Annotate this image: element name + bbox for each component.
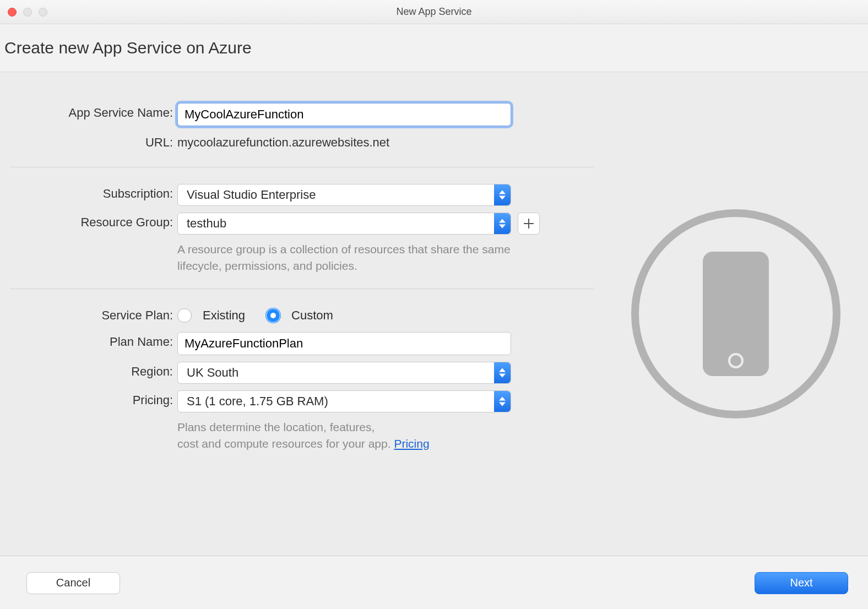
label-service-plan: Service Plan: [6,306,177,325]
divider [10,289,594,289]
select-stepper-icon [494,184,511,205]
radio-custom-label: Custom [291,308,333,323]
region-select[interactable]: UK South [177,362,511,384]
footer: Cancel Next [0,556,868,609]
radio-custom[interactable] [266,308,280,323]
divider [10,167,594,167]
select-stepper-icon [494,391,511,412]
label-plan-name: Plan Name: [6,332,177,352]
titlebar: New App Service [0,0,868,24]
subscription-select-value: Visual Studio Enterprise [187,188,494,202]
url-value: mycoolazurefunction.azurewebsites.net [177,133,389,153]
circle-icon [631,209,840,418]
subscription-select[interactable]: Visual Studio Enterprise [177,184,511,206]
radio-existing[interactable] [177,308,192,323]
label-url: URL: [6,133,177,153]
pricing-helper-line2: cost and compute resources for your app.… [177,436,430,452]
select-stepper-icon [494,213,511,234]
window-title: New App Service [0,6,868,18]
resource-group-helper: A resource group is a collection of reso… [177,241,513,274]
select-stepper-icon [494,362,511,383]
label-region: Region: [6,362,177,382]
illustration-panel [604,72,868,556]
phone-icon [703,252,769,376]
page-title: Create new App Service on Azure [0,24,868,72]
next-button[interactable]: Next [755,572,848,594]
pricing-select[interactable]: S1 (1 core, 1.75 GB RAM) [177,390,511,412]
add-resource-group-button[interactable] [518,213,540,235]
radio-existing-label: Existing [203,308,245,323]
label-resource-group: Resource Group: [6,213,177,232]
pricing-helper-line2-text: cost and compute resources for your app. [177,437,394,450]
label-app-service-name: App Service Name: [6,103,177,123]
plan-name-input[interactable] [177,332,511,355]
label-pricing: Pricing: [6,390,177,410]
resource-group-select-value: testhub [187,216,494,231]
label-subscription: Subscription: [6,184,177,204]
region-select-value: UK South [187,366,494,380]
app-service-name-input[interactable] [177,103,511,126]
pricing-helper-line1: Plans determine the location, features, [177,419,430,436]
pricing-select-value: S1 (1 core, 1.75 GB RAM) [187,394,494,409]
cancel-button[interactable]: Cancel [26,572,120,594]
resource-group-select[interactable]: testhub [177,213,511,235]
pricing-link[interactable]: Pricing [394,437,429,450]
